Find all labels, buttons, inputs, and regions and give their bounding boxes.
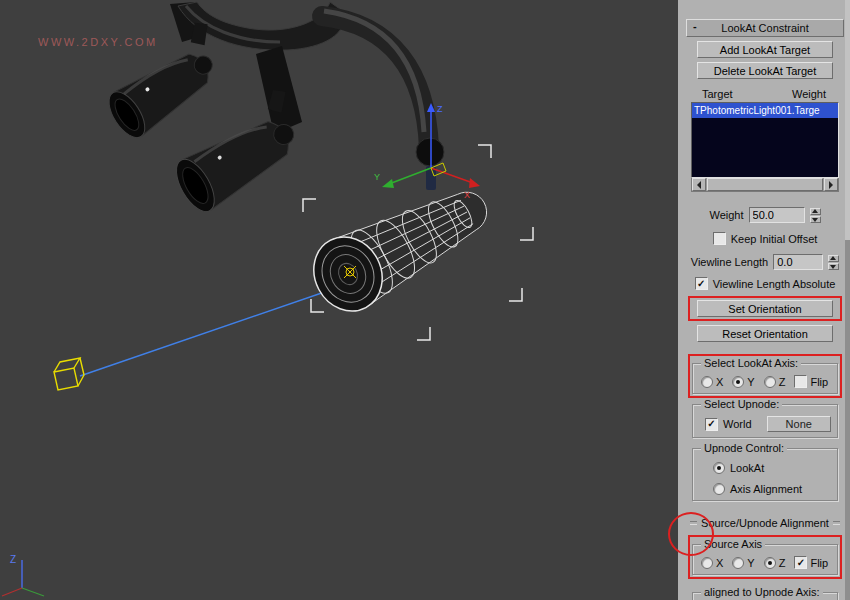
lookat-axis-z-label: Z bbox=[779, 376, 786, 388]
world-checkbox[interactable] bbox=[705, 418, 718, 431]
viewport-canvas[interactable]: WWW.2DXY.COM bbox=[0, 0, 678, 600]
source-upnode-alignment-header[interactable]: Source/Upnode Alignment bbox=[690, 517, 840, 529]
world-axis-z-label: Z bbox=[10, 554, 16, 565]
weight-row: Weight bbox=[686, 207, 844, 223]
source-axis-x-radio[interactable] bbox=[701, 557, 713, 569]
upnode-control-group: Upnode Control: LookAt Axis Alignment bbox=[692, 448, 838, 501]
source-upnode-alignment-title: Source/Upnode Alignment bbox=[701, 517, 829, 529]
viewline-absolute-checkbox[interactable] bbox=[695, 277, 708, 290]
viewline-length-row: Viewline Length bbox=[686, 254, 844, 270]
aligned-to-upnode-axis-group: aligned to Upnode Axis: bbox=[692, 592, 838, 600]
lookat-axis-flip-checkbox[interactable] bbox=[794, 375, 807, 388]
spin-up-icon[interactable] bbox=[828, 255, 839, 262]
light-filament-icon bbox=[344, 266, 356, 278]
upnode-control-lookat-label: LookAt bbox=[730, 462, 764, 474]
keep-initial-offset-checkbox[interactable] bbox=[713, 232, 726, 245]
upnode-control-lookat-radio[interactable] bbox=[713, 462, 725, 474]
lookat-axis-flip-label: Flip bbox=[810, 376, 828, 388]
world-label: World bbox=[723, 418, 752, 430]
upnode-control-axis-alignment-radio[interactable] bbox=[713, 483, 725, 495]
select-lookat-axis-title: Select LookAt Axis: bbox=[701, 357, 801, 369]
reset-orientation-button[interactable]: Reset Orientation bbox=[697, 325, 833, 342]
keep-initial-offset-row: Keep Initial Offset bbox=[686, 232, 844, 245]
lookat-axis-x-radio[interactable] bbox=[701, 376, 713, 388]
viewline-absolute-row: Viewline Length Absolute bbox=[686, 277, 844, 290]
panel-scrollbar[interactable] bbox=[845, 0, 850, 600]
3d-viewport[interactable]: WWW.2DXY.COM bbox=[0, 0, 678, 600]
gizmo-y-label: Y bbox=[374, 172, 380, 182]
list-header: Target Weight bbox=[686, 88, 844, 102]
weight-spinner[interactable] bbox=[810, 208, 821, 223]
source-axis-y-label: Y bbox=[747, 557, 754, 569]
target-list-item[interactable]: TPhotometricLight001.Targe bbox=[692, 103, 838, 118]
scroll-left-button[interactable] bbox=[692, 178, 706, 191]
rollout-lookat-constraint[interactable]: - LookAt Constraint bbox=[686, 19, 844, 37]
viewline-length-label: Viewline Length bbox=[691, 256, 768, 268]
spin-down-icon[interactable] bbox=[828, 263, 839, 270]
source-axis-z-label: Z bbox=[779, 557, 786, 569]
rollout-title: LookAt Constraint bbox=[721, 22, 808, 34]
weight-label: Weight bbox=[709, 209, 743, 221]
watermark: WWW.2DXY.COM bbox=[38, 36, 158, 48]
viewline-length-input[interactable] bbox=[773, 254, 823, 270]
application-window: WWW.2DXY.COM bbox=[0, 0, 850, 600]
lookat-axis-z-radio[interactable] bbox=[764, 376, 776, 388]
arrow-right-icon bbox=[829, 181, 833, 189]
highlight-box-source-axis: Source Axis X Y Z Flip bbox=[688, 535, 842, 579]
highlight-box-lookat-axis: Select LookAt Axis: X Y Z Flip bbox=[688, 354, 842, 398]
none-button[interactable]: None bbox=[767, 416, 831, 432]
weight-column-label: Weight bbox=[792, 88, 826, 100]
source-axis-x-label: X bbox=[716, 557, 723, 569]
scroll-right-button[interactable] bbox=[824, 178, 838, 191]
lookat-axis-y-radio[interactable] bbox=[732, 376, 744, 388]
upnode-control-axis-alignment-label: Axis Alignment bbox=[730, 483, 802, 495]
panel-scrollbar-thumb[interactable] bbox=[845, 0, 850, 240]
collapse-icon: - bbox=[693, 20, 697, 32]
spin-up-icon[interactable] bbox=[810, 208, 821, 215]
gizmo-x-label: X bbox=[464, 190, 470, 200]
select-lookat-axis-group: Select LookAt Axis: X Y Z Flip bbox=[692, 363, 838, 394]
command-panel: - LookAt Constraint Add LookAt Target De… bbox=[678, 0, 850, 600]
viewline-absolute-label: Viewline Length Absolute bbox=[713, 278, 836, 290]
source-axis-flip-checkbox[interactable] bbox=[794, 556, 807, 569]
source-axis-z-radio[interactable] bbox=[764, 557, 776, 569]
source-axis-group: Source Axis X Y Z Flip bbox=[692, 544, 838, 575]
target-list[interactable]: TPhotometricLight001.Targe bbox=[691, 102, 839, 178]
source-axis-y-radio[interactable] bbox=[732, 557, 744, 569]
highlight-box-set-orientation: Set Orientation bbox=[688, 296, 842, 321]
target-column-label: Target bbox=[702, 88, 733, 100]
source-axis-flip-label: Flip bbox=[810, 557, 828, 569]
scrollbar-thumb[interactable] bbox=[707, 178, 823, 191]
lookat-axis-y-label: Y bbox=[747, 376, 754, 388]
weight-input[interactable] bbox=[749, 207, 805, 223]
source-axis-title: Source Axis bbox=[701, 538, 765, 550]
lookat-axis-x-label: X bbox=[716, 376, 723, 388]
viewline-length-spinner[interactable] bbox=[828, 255, 839, 270]
spin-down-icon[interactable] bbox=[810, 216, 821, 223]
select-upnode-title: Select Upnode: bbox=[701, 398, 782, 410]
gizmo-z-label: Z bbox=[437, 104, 443, 114]
upnode-control-title: Upnode Control: bbox=[701, 442, 787, 454]
keep-initial-offset-label: Keep Initial Offset bbox=[731, 233, 818, 245]
delete-lookat-target-button[interactable]: Delete LookAt Target bbox=[697, 62, 833, 79]
set-orientation-button[interactable]: Set Orientation bbox=[697, 300, 833, 317]
aligned-to-upnode-axis-title: aligned to Upnode Axis: bbox=[701, 586, 823, 598]
arrow-left-icon bbox=[697, 181, 701, 189]
add-lookat-target-button[interactable]: Add LookAt Target bbox=[697, 41, 833, 58]
list-horizontal-scrollbar[interactable] bbox=[691, 178, 839, 192]
select-upnode-group: Select Upnode: World None bbox=[692, 404, 838, 438]
